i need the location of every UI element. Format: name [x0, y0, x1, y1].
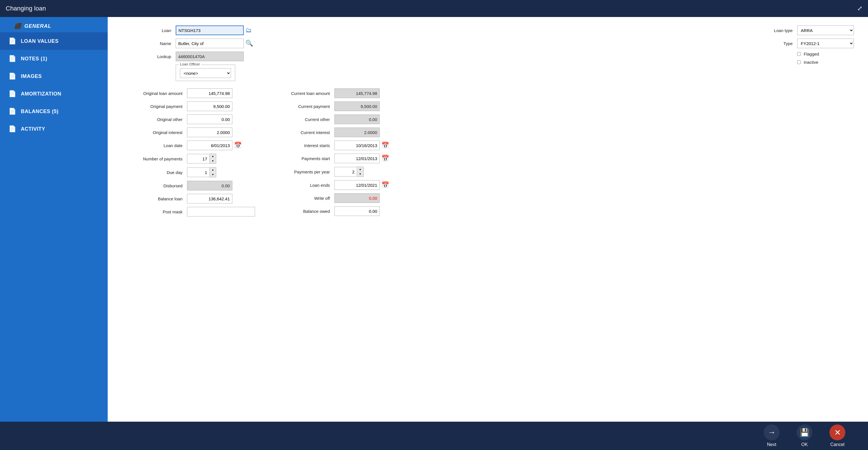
- maximize-icon[interactable]: ⤢: [857, 5, 862, 12]
- type-label: Type: [760, 41, 797, 46]
- due-day-spinner-btns: ▲ ▼: [210, 167, 216, 178]
- name-input[interactable]: [176, 38, 244, 48]
- inactive-label: Inactive: [804, 60, 818, 65]
- write-off-label: Write off: [272, 196, 334, 201]
- current-loan-amount-label: Current loan amount: [272, 91, 334, 96]
- loan-type-select[interactable]: ARRA: [797, 26, 854, 35]
- payments-per-year-down[interactable]: ▼: [357, 172, 363, 176]
- current-payment-input: [334, 101, 380, 111]
- notes-icon: 📄: [8, 55, 17, 62]
- balance-loan-row: Balance loan: [119, 194, 255, 203]
- cancel-button[interactable]: ✕ Cancel: [830, 424, 845, 447]
- sidebar-item-notes[interactable]: 📄 NOTES (1): [0, 50, 108, 67]
- content-area: Loan 🗂 Name 🔍 Lookup Loan Officer: [108, 17, 868, 422]
- loan-officer-legend: Loan Officer: [179, 62, 201, 66]
- post-mask-input[interactable]: [187, 207, 255, 217]
- flagged-row: Flagged: [797, 52, 857, 56]
- sidebar-header-label: GENERAL: [24, 23, 51, 29]
- sidebar-item-activity[interactable]: 📄 ACTIVITY: [0, 120, 108, 138]
- cancel-icon: ✕: [830, 424, 845, 440]
- payments-per-year-input[interactable]: [334, 167, 357, 176]
- right-panel: Loan type ARRA Type FY2012-1 Flagged: [749, 26, 857, 65]
- payments-start-calendar-icon[interactable]: 📅: [380, 155, 391, 162]
- type-select[interactable]: FY2012-1: [797, 38, 854, 48]
- current-other-row: Current other: [272, 115, 391, 124]
- bottom-bar: → Next 💾 OK ✕ Cancel: [0, 422, 868, 450]
- ok-button[interactable]: 💾 OK: [797, 424, 812, 447]
- cancel-label: Cancel: [830, 442, 844, 447]
- original-loan-amount-label: Original loan amount: [119, 91, 187, 96]
- main-container: ⬛ GENERAL 📄 LOAN VALUES 📄 NOTES (1) 📄 IM…: [0, 17, 868, 422]
- number-of-payments-up[interactable]: ▲: [210, 154, 216, 159]
- current-loan-amount-row: Current loan amount: [272, 88, 391, 98]
- payments-per-year-up[interactable]: ▲: [357, 167, 363, 172]
- loan-ends-row: Loan ends 📅: [272, 180, 391, 190]
- sidebar-item-balances[interactable]: 📄 BALANCES (5): [0, 103, 108, 120]
- inactive-checkbox[interactable]: [797, 60, 801, 64]
- amortization-icon: 📄: [8, 90, 17, 97]
- images-icon: 📄: [8, 72, 17, 80]
- due-day-row: Due day ▲ ▼: [119, 167, 255, 178]
- original-loan-amount-input[interactable]: [187, 88, 232, 98]
- original-other-label: Original other: [119, 117, 187, 122]
- payments-start-label: Payments start: [272, 156, 334, 161]
- sidebar: ⬛ GENERAL 📄 LOAN VALUES 📄 NOTES (1) 📄 IM…: [0, 17, 108, 422]
- original-interest-row: Original interest: [119, 128, 255, 137]
- flagged-label: Flagged: [804, 52, 819, 56]
- payments-start-input[interactable]: [334, 154, 380, 163]
- payments-start-row: Payments start 📅: [272, 154, 391, 163]
- balance-owed-input[interactable]: [334, 206, 380, 216]
- name-search-icon[interactable]: 🔍: [244, 40, 255, 47]
- current-other-label: Current other: [272, 117, 334, 122]
- ok-icon: 💾: [797, 424, 812, 440]
- sidebar-item-images[interactable]: 📄 IMAGES: [0, 67, 108, 85]
- loan-officer-select[interactable]: <none>: [180, 68, 231, 78]
- loan-input[interactable]: [176, 26, 244, 35]
- current-other-input: [334, 115, 380, 124]
- original-payment-input[interactable]: [187, 101, 232, 111]
- payments-per-year-row: Payments per year ▲ ▼: [272, 167, 391, 177]
- loan-date-label: Loan date: [119, 143, 187, 148]
- loan-ends-calendar-icon[interactable]: 📅: [380, 181, 391, 189]
- due-day-down[interactable]: ▼: [210, 172, 216, 177]
- interest-starts-input[interactable]: [334, 140, 380, 150]
- original-interest-input[interactable]: [187, 128, 232, 137]
- flagged-checkbox[interactable]: [797, 52, 801, 56]
- sidebar-item-loan-values[interactable]: 📄 LOAN VALUES: [0, 32, 108, 50]
- loan-label: Loan: [119, 28, 176, 33]
- original-other-input[interactable]: [187, 115, 232, 124]
- lookup-label: Lookup: [119, 54, 176, 59]
- loan-ends-input[interactable]: [334, 180, 380, 190]
- sidebar-header-icon: ⬛: [14, 23, 22, 29]
- disbursed-input: [187, 181, 232, 190]
- due-day-input[interactable]: [187, 167, 210, 177]
- interest-starts-calendar-icon[interactable]: 📅: [380, 142, 391, 149]
- loan-type-label: Loan type: [760, 28, 797, 33]
- checkboxes-section: Flagged Inactive: [760, 52, 857, 65]
- post-mask-row: Post mask: [119, 207, 255, 217]
- number-of-payments-down[interactable]: ▼: [210, 159, 216, 163]
- original-other-row: Original other: [119, 115, 255, 124]
- title-bar: Changing loan ⤢: [0, 0, 868, 17]
- sidebar-item-amortization[interactable]: 📄 AMORTIZATION: [0, 85, 108, 103]
- loan-values-icon: 📄: [8, 37, 17, 45]
- window-title: Changing loan: [6, 5, 46, 12]
- loan-date-calendar-icon[interactable]: 📅: [232, 142, 243, 149]
- write-off-input: [334, 193, 380, 203]
- balance-loan-input[interactable]: [187, 194, 232, 203]
- next-icon: →: [764, 424, 780, 440]
- type-row: Type FY2012-1: [760, 38, 857, 48]
- loan-folder-icon[interactable]: 🗂: [244, 27, 253, 34]
- current-interest-label: Current interest: [272, 130, 334, 135]
- current-loan-amount-input: [334, 88, 380, 98]
- payments-per-year-label: Payments per year: [272, 169, 334, 174]
- write-off-row: Write off: [272, 193, 391, 203]
- sidebar-item-label-balances: BALANCES (5): [21, 108, 59, 115]
- number-of-payments-spinner-btns: ▲ ▼: [210, 154, 216, 164]
- number-of-payments-input[interactable]: [187, 154, 210, 163]
- loan-type-row: Loan type ARRA: [760, 26, 857, 35]
- loan-ends-label: Loan ends: [272, 183, 334, 188]
- next-button[interactable]: → Next: [764, 424, 780, 447]
- loan-date-input[interactable]: [187, 140, 232, 150]
- due-day-up[interactable]: ▲: [210, 167, 216, 172]
